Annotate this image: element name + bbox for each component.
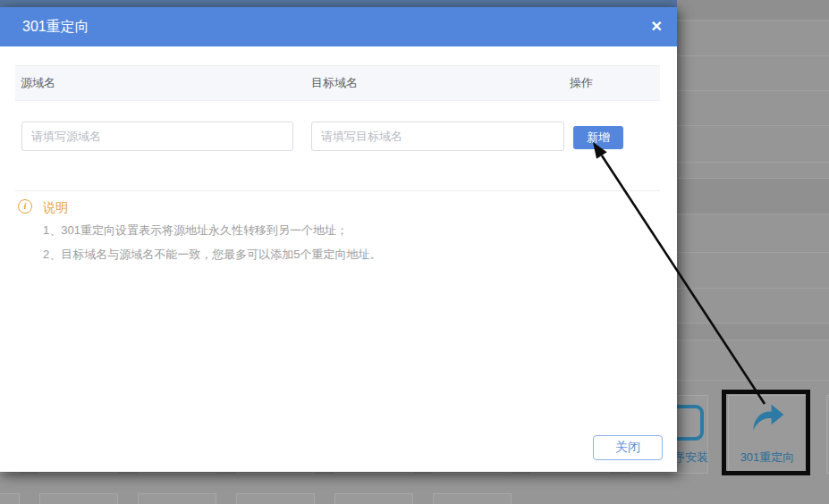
bg-row-divider [677,288,829,289]
column-header-source-domain: 源域名 [21,66,55,100]
column-header-action: 操作 [570,66,593,100]
add-button[interactable]: 新增 [573,126,623,149]
bg-row-divider [677,90,829,91]
bg-tile [0,493,20,504]
bg-row-divider [677,20,829,21]
bg-row-divider [677,55,829,56]
bg-tile [39,493,118,504]
bg-row-band [677,178,829,214]
modal-header: 301重定向 ✕ [0,7,677,46]
section-divider [15,190,660,191]
bg-row-divider [677,125,829,126]
bg-row-divider [677,340,829,340]
bg-tile [236,493,315,504]
table-header-row: 源域名 目标域名 操作 [15,65,660,101]
bg-tile [334,493,413,504]
bg-row-band [677,323,829,340]
source-domain-input[interactable] [21,122,293,151]
background-header-strip [0,0,677,7]
bg-row-divider [677,162,829,163]
bg-row-divider [677,252,829,253]
modal-title: 301重定向 [22,7,89,46]
install-tile-label: 序安装 [673,449,708,466]
bg-tile [138,493,216,504]
annotation-highlight-rect [722,390,810,475]
redirect-301-modal: 301重定向 ✕ 源域名 目标域名 操作 新增 i 说明 1、301重定向设置表… [0,7,677,472]
target-domain-input[interactable] [311,122,564,151]
notes-line-1: 1、301重定向设置表示将源地址永久性转移到另一个地址； [43,223,348,239]
bg-row-divider [677,380,829,381]
close-button[interactable]: 关闭 [593,435,663,460]
bg-tile [433,493,512,504]
close-icon[interactable]: ✕ [651,7,663,46]
notes-title: 说明 [43,200,68,216]
notes-line-2: 2、目标域名与源域名不能一致，您最多可以添加5个重定向地址。 [43,247,381,263]
bg-row-divider [677,323,829,323]
bg-row-divider [677,178,829,179]
bg-row-divider [677,214,829,214]
column-header-target-domain: 目标域名 [311,66,358,100]
page-root: 序安装 301重定向 301重定向 ✕ 源域名 目标域名 操作 新增 i 说明 … [0,0,829,504]
info-icon: i [18,199,32,214]
bg-row-band [677,0,829,20]
